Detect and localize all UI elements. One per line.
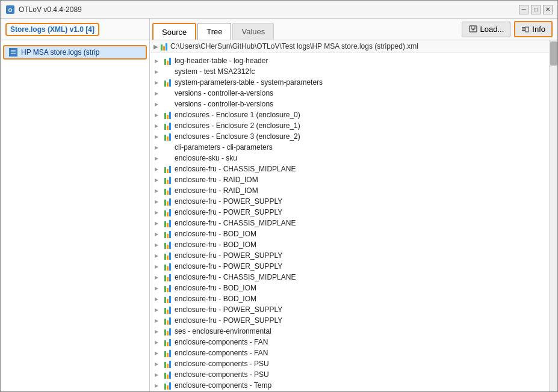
- main-window: O OTLoV v0.4.4-2089 ─ □ ✕ Store.logs (XM…: [0, 0, 558, 392]
- title-bar: O OTLoV v0.4.4-2089 ─ □ ✕: [1, 1, 557, 19]
- sidebar-header-area: Store.logs (XML) v1.0 [4]: [1, 19, 150, 40]
- scrollbar-thumb[interactable]: [550, 41, 557, 66]
- tree-arrow-icon: ▶: [155, 361, 163, 367]
- tree-item-label: enclosure-fru - BOD_IOM: [173, 230, 549, 238]
- tree-item[interactable]: ▶ enclosure-fru - RAID_IOM: [150, 174, 549, 185]
- tree-arrow-icon: ▶: [155, 167, 163, 172]
- tree-item-label: versions - controller-a-versions: [173, 89, 549, 97]
- file-path: C:\Users\CHerSun\GitHub\OTLoV\Test logs\…: [170, 42, 418, 51]
- tree-item[interactable]: ▶ enclosures - Enclosure 3 (enclosure_2): [150, 131, 549, 142]
- tree-item[interactable]: ▶ enclosure-fru - POWER_SUPPLY: [150, 261, 549, 272]
- bar-chart-icon: [164, 57, 172, 65]
- load-button[interactable]: Load...: [462, 22, 511, 37]
- main-content: HP MSA store.logs (strip ▶ C:\Users\CHer…: [1, 40, 557, 391]
- bar-chart-icon: [164, 370, 172, 379]
- tree-item[interactable]: ▶ enclosure-fru - CHASSIS_MIDPLANE: [150, 218, 549, 228]
- tree-item[interactable]: ▶system - test MSA2312fc: [150, 66, 549, 77]
- tree-item[interactable]: ▶ enclosure-fru - POWER_SUPPLY: [150, 207, 549, 218]
- bar-chart-icon: [164, 360, 172, 368]
- tree-arrow-icon: ▶: [155, 134, 163, 139]
- tree-arrow-icon: ▶: [155, 264, 163, 269]
- bar-chart-icon: [164, 316, 172, 325]
- tree-arrow-icon: ▶: [155, 91, 163, 96]
- bar-chart-icon: [164, 121, 172, 130]
- vertical-scrollbar[interactable]: [549, 40, 557, 391]
- sidebar-item-label: HP MSA store.logs (strip: [21, 48, 100, 57]
- tree-item[interactable]: ▶ enclosure-fru - RAID_IOM: [150, 185, 549, 196]
- tree-arrow-icon: ▶: [155, 80, 163, 85]
- tree-item[interactable]: ▶ enclosure-components - Temp: [150, 380, 549, 391]
- tree-item[interactable]: ▶ enclosure-fru - POWER_SUPPLY: [150, 315, 549, 326]
- tree-item[interactable]: ▶ ses - enclosure-environmental: [150, 326, 549, 337]
- tree-item-label: enclosure-fru - POWER_SUPPLY: [173, 197, 549, 206]
- tree-panel[interactable]: ▶ log-header-table - log-header▶system -…: [150, 53, 549, 391]
- tree-item[interactable]: ▶ enclosure-fru - POWER_SUPPLY: [150, 196, 549, 207]
- tree-item[interactable]: ▶ enclosure-components - Temp: [150, 391, 549, 391]
- svg-text:O: O: [8, 7, 12, 13]
- tree-item[interactable]: ▶ enclosure-fru - CHASSIS_MIDPLANE: [150, 272, 549, 283]
- svg-rect-3: [522, 27, 525, 28]
- svg-rect-8: [11, 50, 16, 51]
- tree-item[interactable]: ▶ enclosure-components - FAN: [150, 348, 549, 358]
- tree-item[interactable]: ▶ system-parameters-table - system-param…: [150, 77, 549, 88]
- tab-values[interactable]: Values: [232, 23, 274, 40]
- tree-item-label: enclosure-components - Temp: [173, 381, 549, 390]
- tree-item-label: enclosure-fru - BOD_IOM: [173, 295, 549, 303]
- tree-item[interactable]: ▶ enclosure-fru - BOD_IOM: [150, 239, 549, 250]
- minimize-button[interactable]: ─: [519, 5, 529, 14]
- tree-item[interactable]: ▶ enclosure-components - PSU: [150, 358, 549, 369]
- sidebar-item-hp-msa[interactable]: HP MSA store.logs (strip: [3, 45, 147, 60]
- tree-arrow-icon: ▶: [155, 253, 163, 259]
- tree-item[interactable]: ▶cli-parameters - cli-parameters: [150, 142, 549, 153]
- tree-path-row: ▶ C:\Users\CHerSun\GitHub\OTLoV\Test log…: [150, 40, 549, 53]
- svg-rect-6: [525, 27, 529, 32]
- tree-item-label: enclosure-fru - POWER_SUPPLY: [173, 305, 549, 314]
- bar-chart-icon: [164, 78, 172, 87]
- bar-chart-icon: [164, 262, 172, 271]
- tree-item[interactable]: ▶ enclosure-fru - BOD_IOM: [150, 283, 549, 293]
- tree-item[interactable]: ▶ enclosure-fru - POWER_SUPPLY: [150, 304, 549, 315]
- tree-item-label: enclosure-fru - RAID_IOM: [173, 186, 549, 195]
- tree-item-label: enclosures - Enclosure 3 (enclosure_2): [173, 132, 549, 141]
- tree-item[interactable]: ▶ enclosures - Enclosure 1 (enclosure_0): [150, 109, 549, 120]
- toolbar: Store.logs (XML) v1.0 [4] Source Tree Va…: [1, 19, 557, 40]
- tree-arrow-icon: ▶: [155, 199, 163, 204]
- close-button[interactable]: ✕: [543, 5, 553, 14]
- tree-item-label: enclosure-fru - CHASSIS_MIDPLANE: [173, 165, 549, 173]
- tree-item[interactable]: ▶ enclosure-fru - BOD_IOM: [150, 228, 549, 239]
- svg-rect-11: [161, 44, 163, 51]
- bar-chart-icon: [164, 208, 172, 216]
- tree-item[interactable]: ▶ enclosure-components - FAN: [150, 337, 549, 348]
- bar-chart-icon: [164, 111, 172, 119]
- tree-arrow-icon: ▶: [155, 329, 163, 334]
- tree-item[interactable]: ▶ enclosure-fru - BOD_IOM: [150, 293, 549, 304]
- tree-item-label: versions - controller-b-versions: [173, 100, 549, 108]
- tree-arrow-icon: ▶: [155, 296, 163, 302]
- tree-item-label: log-header-table - log-header: [173, 57, 549, 65]
- tree-item[interactable]: ▶enclosure-sku - sku: [150, 153, 549, 164]
- tree-item-label: enclosures - Enclosure 2 (enclosure_1): [173, 121, 549, 130]
- tree-arrow-icon: ▶: [155, 210, 163, 215]
- tree-item-label: enclosure-fru - POWER_SUPPLY: [173, 251, 549, 260]
- tab-tree[interactable]: Tree: [197, 23, 231, 40]
- tree-item[interactable]: ▶versions - controller-b-versions: [150, 99, 549, 109]
- tree-arrow-icon: ▶: [155, 102, 163, 107]
- tree-item[interactable]: ▶ enclosure-fru - POWER_SUPPLY: [150, 250, 549, 261]
- bar-chart-icon: [164, 197, 172, 206]
- tree-item[interactable]: ▶ enclosures - Enclosure 2 (enclosure_1): [150, 120, 549, 131]
- info-icon: [521, 25, 530, 34]
- svg-rect-13: [166, 43, 167, 51]
- info-button[interactable]: Info: [514, 21, 553, 37]
- svg-rect-5: [522, 30, 525, 31]
- tree-item[interactable]: ▶ log-header-table - log-header: [150, 55, 549, 66]
- tree-item[interactable]: ▶ enclosure-fru - CHASSIS_MIDPLANE: [150, 164, 549, 174]
- tab-source[interactable]: Source: [152, 23, 196, 40]
- tree-item[interactable]: ▶ enclosure-components - PSU: [150, 369, 549, 380]
- file-icon: [9, 48, 17, 57]
- maximize-button[interactable]: □: [531, 5, 541, 14]
- tree-item-label: enclosure-fru - POWER_SUPPLY: [173, 208, 549, 216]
- tree-item[interactable]: ▶versions - controller-a-versions: [150, 88, 549, 99]
- tree-item-label: enclosure-fru - CHASSIS_MIDPLANE: [173, 273, 549, 281]
- tree-arrow-icon: ▶: [155, 351, 163, 356]
- sidebar: HP MSA store.logs (strip: [1, 40, 150, 391]
